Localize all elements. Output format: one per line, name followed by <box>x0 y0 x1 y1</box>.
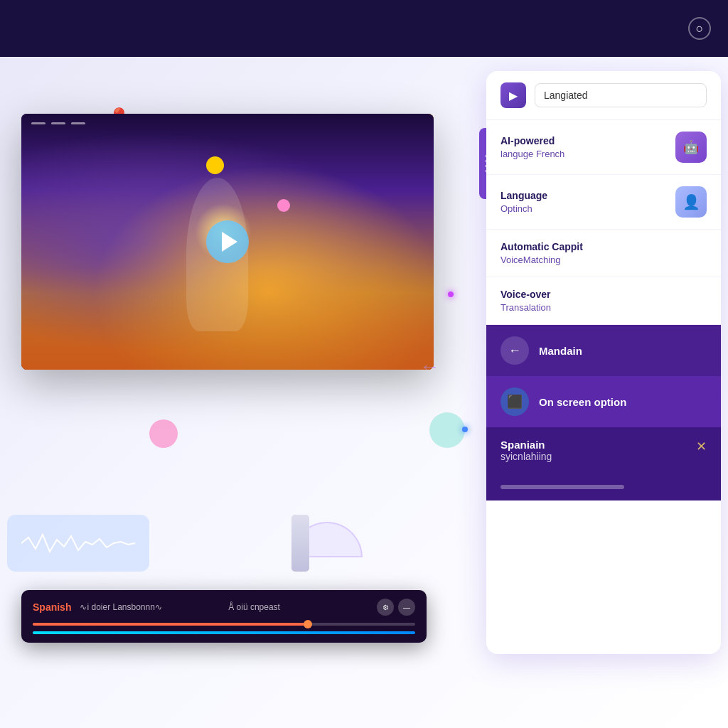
main-area: 🌿 📍 <box>0 57 728 728</box>
glow-dot-2 <box>462 427 468 432</box>
waveform-card <box>7 515 149 572</box>
panel-onscreen-section[interactable]: ⬛ On screen option <box>486 376 721 427</box>
panel-item-ai-text: AI-powered languge French <box>500 135 564 159</box>
spanish-sub: syicnlahiing <box>500 451 552 462</box>
panel-item-voiceover-subtitle: Transalation <box>500 302 707 313</box>
progress-fill <box>33 623 308 626</box>
panel-item-caption-title: Automatic Cappit <box>500 241 707 252</box>
circle-icon: ○ <box>696 21 704 36</box>
play-icon <box>222 232 237 252</box>
mandain-icon: ← <box>500 336 529 365</box>
deco-cylinder <box>291 515 309 572</box>
panel-mandain-section[interactable]: ← Mandain <box>486 325 721 376</box>
panel-footer-bar <box>500 485 624 489</box>
ai-icon-symbol: 🤖 <box>683 139 699 155</box>
waveform-svg <box>21 529 135 557</box>
player-menu-icon[interactable]: — <box>398 599 415 616</box>
bottom-player: Spanish ∿i doier Lansbonnn∿ Å oiü cnpeas… <box>21 590 427 643</box>
panel-item-lang-icon: 👤 <box>675 186 707 218</box>
glow-dot-1 <box>448 291 454 297</box>
lang-icon-symbol: 👤 <box>682 193 700 210</box>
onscreen-icon: ⬛ <box>500 387 529 416</box>
deco-yellow-circle <box>206 156 224 174</box>
deco-pink-circle <box>149 419 178 448</box>
panel-item-language[interactable]: Language Optinch 👤 <box>486 175 721 230</box>
panel-spanish-section[interactable]: Spaniain syicnlahiing ✕ <box>486 427 721 473</box>
panel-header: ▶ <box>486 71 721 120</box>
deco-teal-circle <box>429 412 465 448</box>
video-content <box>21 114 434 370</box>
panel-item-lang-text: Language Optinch <box>500 190 547 214</box>
right-panel: ▶ AI-powered languge French 🤖 Language O… <box>486 71 721 654</box>
panel-item-lang-title: Language <box>500 190 547 201</box>
onscreen-label: On screen option <box>539 396 626 408</box>
progress-bar-orange[interactable] <box>33 623 415 626</box>
spanish-wrench-icon: ✕ <box>696 439 707 454</box>
panel-item-lang-subtitle: Optinch <box>500 203 547 214</box>
panel-item-ai-title: AI-powered <box>500 135 564 146</box>
spanish-label: Spaniain <box>500 439 552 451</box>
player-top-row: Spanish ∿i doier Lansbonnn∿ Å oiü cnpeas… <box>33 599 415 616</box>
panel-item-caption-subtitle: VoiceMatching <box>500 255 707 265</box>
panel-item-ai-powered[interactable]: AI-powered languge French 🤖 <box>486 120 721 175</box>
play-button[interactable] <box>206 220 249 263</box>
panel-item-voiceover-title: Voice-over <box>500 289 707 300</box>
player-text2: Å oiü cnpeast <box>228 602 368 612</box>
panel-footer <box>486 473 721 500</box>
player-settings-icon[interactable]: ⚙ <box>377 599 394 616</box>
screen-icon-symbol: ⬛ <box>507 394 523 410</box>
player-language: Spanish <box>33 601 71 613</box>
logo-icon: ▶ <box>509 89 518 102</box>
top-bar-icon[interactable]: ○ <box>688 17 711 40</box>
mandain-label: Mandain <box>539 345 582 357</box>
panel-item-caption[interactable]: Automatic Cappit VoiceMatching <box>486 230 721 277</box>
progress-bar-cyan[interactable] <box>33 631 415 634</box>
top-bar: ○ <box>0 0 728 57</box>
deco-pink-small <box>277 199 290 212</box>
arrow-left-icon: ← <box>508 343 521 358</box>
panel-item-ai-subtitle: languge French <box>500 149 564 159</box>
player-text1: ∿i doier Lansbonnn∿ <box>80 602 220 612</box>
panel-item-voiceover[interactable]: Voice-over Transalation <box>486 277 721 325</box>
panel-item-ai-icon: 🤖 <box>675 132 707 163</box>
panel-spanish-text-group: Spaniain syicnlahiing <box>500 439 552 462</box>
video-player <box>21 114 434 370</box>
progress-thumb <box>304 620 312 628</box>
panel-search-input[interactable] <box>535 83 707 107</box>
player-icons: ⚙ — <box>377 599 415 616</box>
panel-logo: ▶ <box>500 82 526 108</box>
